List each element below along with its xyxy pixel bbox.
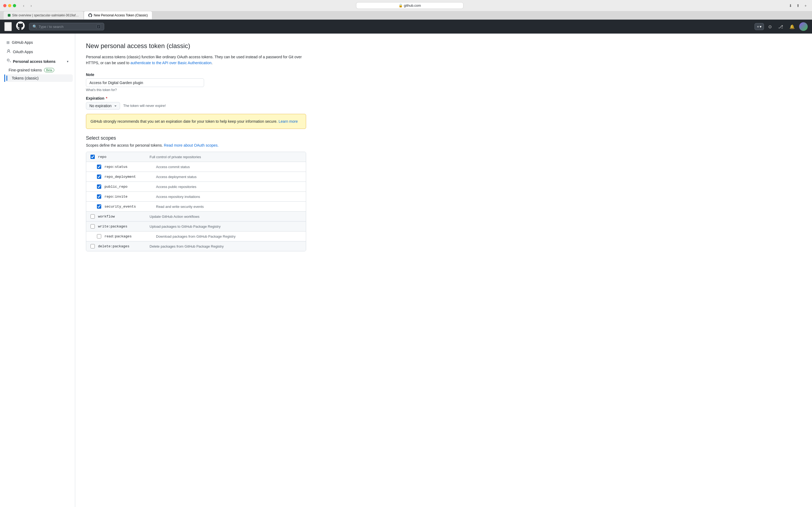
- share-button[interactable]: ⬆: [795, 2, 801, 9]
- forward-button[interactable]: ›: [28, 2, 35, 9]
- search-kbd: /: [97, 24, 101, 29]
- scope-desc-delete-packages: Delete packages from GitHub Package Regi…: [150, 244, 224, 248]
- scope-desc-public-repo: Access public repositories: [156, 185, 196, 189]
- note-input[interactable]: [86, 78, 204, 87]
- note-label: Note: [86, 72, 306, 77]
- sidebar: ⊞ GitHub Apps OAuth Apps Personal access…: [0, 34, 75, 507]
- scope-name-repo-status: repo:status: [105, 165, 153, 169]
- scope-row-security-events: security_events Read and write security …: [86, 202, 306, 212]
- browser-nav: ‹ ›: [20, 2, 35, 9]
- sidebar-sub-items: Fine-grained tokens Beta Tokens (classic…: [2, 66, 75, 82]
- browser-titlebar: ‹ › 🔒 github.com ⬇ ⬆ +: [0, 0, 812, 11]
- sidebar-item-personal-access-tokens[interactable]: Personal access tokens ▾: [2, 57, 73, 66]
- header-actions: + ▾ ⊙ ⎇ 🔔: [755, 22, 808, 31]
- github-tab-label: New Personal Access Token (Classic): [94, 13, 148, 17]
- scope-name-public-repo: public_repo: [105, 185, 153, 189]
- scope-checkbox-repo-deployment[interactable]: [97, 175, 101, 179]
- header-search[interactable]: 🔍 Type / to search /: [29, 23, 104, 30]
- scope-desc-security-events: Read and write security events: [156, 205, 204, 209]
- scope-checkbox-repo-invite[interactable]: [97, 194, 101, 199]
- chevron-down-icon: ▾: [760, 24, 761, 29]
- sidebar-pat-label: Personal access tokens: [13, 59, 56, 64]
- address-bar[interactable]: 🔒 github.com: [356, 2, 463, 9]
- app-header: ☰ 🔍 Type / to search / + ▾ ⊙ ⎇ 🔔: [0, 19, 812, 34]
- sidebar-item-tokens-classic[interactable]: Tokens (classic): [5, 74, 73, 82]
- page-title: New personal access token (classic): [86, 42, 306, 50]
- scope-row-public-repo: public_repo Access public repositories: [86, 182, 306, 192]
- sidebar-item-oauth-apps[interactable]: OAuth Apps: [2, 47, 73, 56]
- sidebar-item-github-apps[interactable]: ⊞ GitHub Apps: [2, 38, 73, 47]
- scope-name-security-events: security_events: [105, 205, 153, 209]
- scope-desc-repo-deployment: Access deployment status: [156, 175, 196, 179]
- chevron-up-icon: ▾: [67, 60, 68, 63]
- scope-desc-repo: Full control of private repositories: [150, 155, 201, 159]
- scope-checkbox-write-packages[interactable]: [91, 224, 95, 229]
- personal-access-tokens-icon: [6, 59, 11, 64]
- scope-row-workflow: workflow Update GitHub Action workflows: [86, 212, 306, 222]
- github-logo[interactable]: [16, 21, 25, 32]
- scope-name-read-packages: read:packages: [105, 234, 153, 238]
- scope-row-delete-packages: delete:packages Delete packages from Git…: [86, 241, 306, 251]
- minimize-traffic-light[interactable]: [8, 4, 11, 7]
- notifications-button[interactable]: 🔔: [787, 23, 797, 30]
- scope-checkbox-read-packages[interactable]: [97, 234, 101, 238]
- scope-name-repo: repo: [98, 155, 147, 159]
- scope-checkbox-delete-packages[interactable]: [91, 244, 95, 248]
- expiration-label: Expiration *: [86, 96, 306, 101]
- user-avatar[interactable]: [799, 22, 808, 31]
- note-form-group: Note What's this token for?: [86, 72, 306, 92]
- scope-checkbox-security-events[interactable]: [97, 204, 101, 209]
- search-placeholder: Type / to search: [39, 25, 64, 29]
- pull-requests-button[interactable]: ⎇: [776, 23, 785, 30]
- fine-grained-tokens-label: Fine-grained tokens: [9, 68, 42, 72]
- warning-text: GitHub strongly recommends that you set …: [91, 119, 279, 123]
- scope-row-repo-invite: repo:invite Access repository invitation…: [86, 192, 306, 202]
- sidebar-item-tokens-classic-wrapper: Tokens (classic): [2, 74, 75, 82]
- address-text: github.com: [404, 3, 421, 7]
- new-item-button[interactable]: + ▾: [755, 23, 764, 30]
- scope-name-write-packages: write:packages: [98, 225, 147, 229]
- scope-name-repo-deployment: repo_deployment: [105, 175, 153, 179]
- browser-tabs: Site overview | spectacular-salmiakki-36…: [0, 11, 812, 19]
- oauth-scopes-link[interactable]: Read more about OAuth scopes.: [164, 143, 219, 148]
- scope-name-repo-invite: repo:invite: [105, 195, 153, 199]
- scope-desc-write-packages: Upload packages to GitHub Package Regist…: [150, 225, 221, 229]
- scope-checkbox-repo[interactable]: [91, 155, 95, 159]
- plus-label: +: [757, 24, 759, 29]
- issues-button[interactable]: ⊙: [766, 23, 774, 30]
- close-traffic-light[interactable]: [3, 4, 6, 7]
- learn-more-link[interactable]: Learn more: [279, 119, 298, 123]
- sidebar-oauth-apps-label: OAuth Apps: [13, 50, 33, 54]
- beta-badge: Beta: [44, 68, 55, 72]
- new-tab-button[interactable]: +: [802, 2, 809, 9]
- warning-box: GitHub strongly recommends that you set …: [86, 114, 306, 129]
- netlify-favicon: [8, 14, 10, 17]
- hamburger-button[interactable]: ☰: [4, 22, 12, 31]
- select-scopes-title: Select scopes: [86, 135, 306, 141]
- scope-desc-read-packages: Download packages from GitHub Package Re…: [156, 234, 235, 238]
- scope-checkbox-repo-status[interactable]: [97, 165, 101, 169]
- expiration-select-wrapper: No expiration 7 days 30 days 60 days 90 …: [86, 102, 306, 110]
- download-button[interactable]: ⬇: [787, 2, 794, 9]
- scope-name-delete-packages: delete:packages: [98, 244, 147, 248]
- github-tab[interactable]: New Personal Access Token (Classic): [84, 11, 152, 19]
- scope-row-read-packages: read:packages Download packages from Git…: [86, 231, 306, 241]
- scope-row-write-packages: write:packages Upload packages to GitHub…: [86, 222, 306, 231]
- sidebar-github-apps-label: GitHub Apps: [12, 40, 33, 45]
- back-button[interactable]: ‹: [20, 2, 27, 9]
- scope-checkbox-workflow[interactable]: [91, 214, 95, 219]
- note-hint: What's this token for?: [86, 88, 306, 92]
- github-favicon-icon: [89, 13, 92, 17]
- api-auth-link[interactable]: authenticate to the API over Basic Authe…: [130, 61, 212, 65]
- oauth-apps-icon: [6, 49, 11, 54]
- scope-desc-repo-status: Access commit status: [156, 165, 190, 169]
- sidebar-item-fine-grained-tokens[interactable]: Fine-grained tokens Beta: [4, 66, 73, 74]
- expiration-select[interactable]: No expiration 7 days 30 days 60 days 90 …: [86, 102, 120, 110]
- netlify-tab[interactable]: Site overview | spectacular-salmiakki-36…: [3, 11, 84, 19]
- scope-row-repo-deployment: repo_deployment Access deployment status: [86, 172, 306, 182]
- browser-chrome: ‹ › 🔒 github.com ⬇ ⬆ + Site overview | s…: [0, 0, 812, 19]
- maximize-traffic-light[interactable]: [13, 4, 16, 7]
- scope-checkbox-public-repo[interactable]: [97, 184, 101, 189]
- netlify-tab-label: Site overview | spectacular-salmiakki-36…: [12, 13, 79, 17]
- expiration-hint: The token will never expire!: [123, 104, 166, 108]
